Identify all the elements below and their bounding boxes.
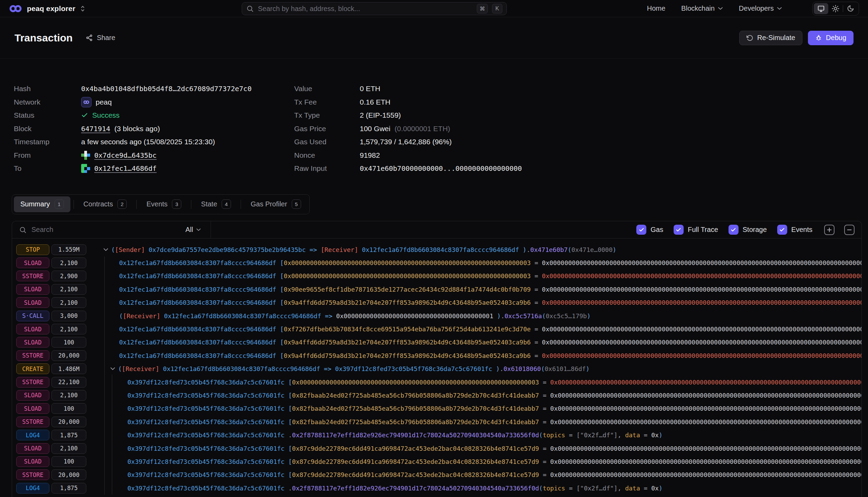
from-address-link[interactable]: 0x7dce9d…6435bc	[94, 151, 157, 159]
nav-item-developers[interactable]: Developers	[739, 4, 782, 12]
detail-value-text: 1,579,739 / 1,642,886 (96%)	[360, 138, 452, 146]
opcode-badge: SLOAD	[16, 390, 49, 401]
opcode-cell: SSTORE20,000	[12, 469, 98, 480]
tab-summary[interactable]: Summary1	[14, 196, 70, 212]
trace-row[interactable]: SSTORE20,0000x397df12c8fed73c05b45f768c3…	[12, 468, 861, 481]
identicon-pixel	[87, 170, 90, 173]
checkbox[interactable]	[636, 225, 646, 235]
identicon-pixel	[81, 154, 84, 157]
trace-line[interactable]: 0x397df12c8fed73c05b45f768c36da7c5c67601…	[98, 405, 861, 412]
trace-line[interactable]: 0x397df12c8fed73c05b45f768c36da7c5c67601…	[98, 392, 861, 399]
debug-button[interactable]: Debug	[808, 31, 853, 45]
detail-label: Hash	[14, 85, 81, 93]
light-mode-button[interactable]	[828, 3, 843, 14]
trace-row[interactable]: SSTORE22,1000x397df12c8fed73c05b45f768c3…	[12, 376, 861, 389]
trace-row[interactable]: CREATE1.486M([Receiver] 0x12fec1a67fd8b6…	[12, 362, 861, 376]
detail-row: Tx Type2 (EIP-1559)	[294, 109, 522, 122]
trace-line[interactable]: 0x397df12c8fed73c05b45f768c36da7c5c67601…	[98, 418, 861, 426]
tab-contracts[interactable]: Contracts2	[77, 196, 134, 212]
trace-row[interactable]: SLOAD2,1000x12fec1a67fd8b6603084c8307fa8…	[12, 322, 861, 335]
trace-line-text: 0x397df12c8fed73c05b45f768c36da7c5c67601…	[127, 405, 861, 412]
filter-all-dropdown[interactable]: All	[185, 226, 201, 234]
trace-line[interactable]: 0x12fec1a67fd8b6603084c8307fa8cccc964686…	[98, 299, 861, 306]
collapse-all-button[interactable]	[844, 225, 855, 235]
checkbox-gas[interactable]: Gas	[636, 225, 663, 235]
search-input[interactable]	[258, 5, 473, 13]
tab-state[interactable]: State4	[194, 196, 238, 212]
opcode-badge: LOG4	[16, 430, 49, 440]
trace-search[interactable]	[19, 226, 181, 234]
chevron-updown-icon[interactable]	[80, 5, 85, 12]
trace-row[interactable]: SLOAD2,1000x397df12c8fed73c05b45f768c36d…	[12, 442, 861, 455]
trace-search-input[interactable]	[31, 226, 181, 234]
detail-row: Tx Fee0.16 ETH	[294, 96, 522, 109]
trace-line-text: 0x397df12c8fed73c05b45f768c36da7c5c67601…	[127, 431, 663, 439]
k-key-badge: K	[492, 4, 502, 13]
trace-row[interactable]: STOP1.559M([Sender] 0x7dce9da67557ee2dbe…	[12, 243, 861, 256]
trace-line[interactable]: 0x397df12c8fed73c05b45f768c36da7c5c67601…	[98, 431, 861, 439]
to-address-link[interactable]: 0x12fec1…4686df	[94, 164, 157, 173]
trace-line[interactable]: 0x12fec1a67fd8b6603084c8307fa8cccc964686…	[98, 286, 861, 293]
trace-line[interactable]: 0x12fec1a67fd8b6603084c8307fa8cccc964686…	[98, 325, 861, 333]
gas-value: 2,100	[51, 297, 86, 308]
nav-item-home[interactable]: Home	[647, 4, 665, 12]
monitor-icon	[817, 5, 825, 12]
trace-row[interactable]: LOG41,8750x397df12c8fed73c05b45f768c36da…	[12, 428, 861, 441]
share-button[interactable]: Share	[86, 34, 115, 42]
chevron-down-icon[interactable]	[103, 248, 108, 251]
detail-value: 6471914 (3 blocks ago)	[81, 125, 160, 133]
trace-line[interactable]: 0x12fec1a67fd8b6603084c8307fa8cccc964686…	[98, 272, 861, 280]
trace-line[interactable]: 0x397df12c8fed73c05b45f768c36da7c5c67601…	[98, 379, 861, 386]
trace-row[interactable]: SLOAD1000x397df12c8fed73c05b45f768c36da7…	[12, 402, 861, 415]
trace-row[interactable]: SSTORE2,9000x12fec1a67fd8b6603084c8307fa…	[12, 270, 861, 283]
brand[interactable]: peaq explorer	[9, 2, 85, 15]
trace-line[interactable]: ([Receiver] 0x12fec1a67fd8b6603084c8307f…	[98, 312, 861, 320]
trace-line[interactable]: 0x12fec1a67fd8b6603084c8307fa8cccc964686…	[98, 259, 861, 266]
resimulate-button[interactable]: Re-Simulate	[739, 31, 802, 45]
checkbox-events[interactable]: Events	[777, 225, 812, 235]
tab-events[interactable]: Events3	[140, 196, 188, 212]
checkbox-storage[interactable]: Storage	[729, 225, 767, 235]
detail-row: StatusSuccess	[14, 109, 294, 122]
trace-line[interactable]: 0x12fec1a67fd8b6603084c8307fa8cccc964686…	[98, 352, 861, 359]
search-icon	[19, 226, 27, 234]
nav-item-blockchain[interactable]: Blockchain	[681, 4, 723, 12]
peaq-logo-icon	[9, 2, 22, 15]
trace-line[interactable]: 0x397df12c8fed73c05b45f768c36da7c5c67601…	[98, 458, 861, 465]
checkbox[interactable]	[674, 225, 684, 235]
block-link[interactable]: 6471914	[81, 125, 110, 133]
trace-row[interactable]: SSTORE20,0000x12fec1a67fd8b6603084c8307f…	[12, 349, 861, 362]
checkbox[interactable]	[729, 225, 739, 235]
trace-line[interactable]: ([Sender] 0x7dce9da67557ee2dbe986c457937…	[98, 246, 861, 253]
trace-line[interactable]: 0x397df12c8fed73c05b45f768c36da7c5c67601…	[98, 445, 861, 452]
check-icon	[639, 227, 644, 233]
detail-value-text: 0x471e60b70000000000...0000000000000000	[360, 164, 522, 173]
tab-gas-profiler[interactable]: Gas Profiler5	[244, 196, 308, 212]
dark-mode-button[interactable]	[843, 3, 858, 14]
trace-line[interactable]: 0x397df12c8fed73c05b45f768c36da7c5c67601…	[98, 471, 861, 478]
tab-badge: 2	[117, 199, 127, 209]
system-mode-button[interactable]	[814, 3, 828, 14]
transaction-details: Hash0x4ba4b01048dfbb05d4f8…2dc67089d7737…	[14, 82, 854, 175]
gas-value: 2,100	[51, 257, 86, 268]
trace-row[interactable]: LOG41,8750x397df12c8fed73c05b45f768c36da…	[12, 481, 861, 495]
trace-row[interactable]: SLOAD1000x12fec1a67fd8b6603084c8307fa8cc…	[12, 336, 861, 349]
trace-row[interactable]: SLOAD1000x397df12c8fed73c05b45f768c36da7…	[12, 455, 861, 468]
checkbox[interactable]	[777, 225, 787, 235]
trace-row[interactable]: SSTORE20,0000x397df12c8fed73c05b45f768c3…	[12, 415, 861, 428]
global-search[interactable]: ⌘ K	[242, 2, 507, 15]
divider	[241, 200, 241, 209]
trace-line[interactable]: ([Receiver] 0x12fec1a67fd8b6603084c8307f…	[98, 365, 861, 372]
trace-line[interactable]: 0x397df12c8fed73c05b45f768c36da7c5c67601…	[98, 485, 861, 492]
opcode-cell: CREATE1.486M	[12, 363, 98, 374]
trace-row[interactable]: SLOAD2,1000x12fec1a67fd8b6603084c8307fa8…	[12, 283, 861, 296]
checkbox-full-trace[interactable]: Full Trace	[674, 225, 718, 235]
trace-row[interactable]: SLOAD2,1000x12fec1a67fd8b6603084c8307fa8…	[12, 256, 861, 269]
expand-all-button[interactable]	[824, 225, 835, 235]
trace-row[interactable]: S·CALL3,000([Receiver] 0x12fec1a67fd8b66…	[12, 309, 861, 322]
gas-value: 20,000	[51, 469, 86, 480]
trace-row[interactable]: SLOAD2,1000x12fec1a67fd8b6603084c8307fa8…	[12, 296, 861, 309]
trace-row[interactable]: SLOAD2,1000x397df12c8fed73c05b45f768c36d…	[12, 389, 861, 402]
chevron-down-icon[interactable]	[110, 367, 115, 370]
trace-line[interactable]: 0x12fec1a67fd8b6603084c8307fa8cccc964686…	[98, 339, 861, 346]
